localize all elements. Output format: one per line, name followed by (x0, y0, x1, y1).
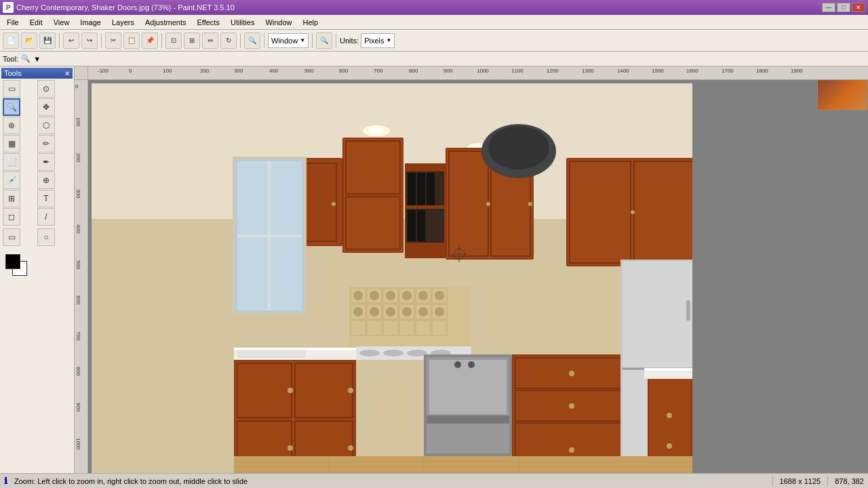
crop-button[interactable]: ⊡ (165, 33, 182, 49)
svg-point-70 (402, 291, 412, 300)
minimize-button[interactable]: — (822, 3, 835, 12)
rotate-button[interactable]: ↻ (220, 33, 237, 49)
new-button[interactable]: 📄 (3, 33, 19, 49)
paintbrush-tool[interactable]: ✏ (37, 135, 55, 152)
menu-item-edit[interactable]: Edit (24, 17, 48, 28)
menu-item-adjustments[interactable]: Adjustments (140, 17, 192, 28)
open-button[interactable]: 📂 (21, 33, 37, 49)
color-picker-tool[interactable]: 💉 (3, 171, 20, 189)
zoom-in-button[interactable]: 🔍 (244, 33, 260, 49)
canvas-scroll[interactable] (88, 80, 868, 473)
redo-button[interactable]: ↪ (81, 33, 98, 49)
zoom-tool[interactable]: 🔍 (3, 98, 20, 116)
gradient-tool[interactable]: ▦ (3, 135, 20, 152)
menu-item-image[interactable]: Image (75, 17, 106, 28)
copy-button[interactable]: 📋 (123, 33, 140, 49)
lasso-select-tool[interactable]: ⊙ (37, 80, 55, 98)
svg-point-73 (353, 307, 363, 317)
svg-point-32 (486, 202, 490, 206)
tool-label-bar: Tool: 🔍 ▼ (0, 52, 868, 66)
svg-point-107 (569, 447, 574, 453)
svg-rect-26 (408, 210, 416, 241)
svg-point-38 (631, 210, 635, 214)
status-bar: ℹ Zoom: Left click to zoom in, right cli… (0, 473, 868, 488)
window-controls[interactable]: — □ ✕ (822, 3, 865, 12)
svg-point-105 (569, 371, 574, 376)
recolor-tool[interactable]: ⊞ (3, 190, 20, 207)
move-tool[interactable]: ✥ (37, 98, 55, 116)
svg-point-69 (386, 291, 395, 300)
maximize-button[interactable]: □ (837, 3, 850, 12)
title-text: Cherry Contemporary, Shaker Doors.jpg (7… (16, 3, 235, 12)
svg-point-72 (435, 291, 444, 300)
menu-bar: FileEditViewImageLayersAdjustmentsEffect… (0, 15, 868, 30)
rounded-rect-tool[interactable]: ▭ (3, 228, 20, 246)
svg-rect-24 (417, 173, 425, 205)
svg-point-119 (667, 443, 672, 449)
pencil-tool[interactable]: ✒ (37, 153, 55, 171)
eraser-tool[interactable]: ⬜ (3, 153, 20, 171)
svg-point-106 (569, 403, 574, 409)
clone-tool[interactable]: ⊕ (37, 171, 55, 189)
toolbar-separator-2 (101, 33, 102, 48)
menu-item-effects[interactable]: Effects (192, 17, 225, 28)
tool-dropdown-arrow[interactable]: ▼ (33, 55, 41, 63)
save-button[interactable]: 💾 (39, 33, 56, 49)
svg-rect-120 (234, 456, 692, 473)
svg-point-67 (353, 291, 363, 300)
status-separator (772, 476, 773, 487)
svg-point-33 (528, 202, 532, 206)
svg-point-97 (288, 445, 293, 451)
undo-button[interactable]: ↩ (63, 33, 79, 49)
svg-point-96 (288, 388, 293, 393)
svg-point-98 (348, 388, 353, 393)
toolbox-header: Tools ✕ (1, 68, 73, 79)
svg-point-74 (370, 307, 379, 317)
canvas-image (92, 83, 692, 473)
zoom-icon[interactable]: 🔍 (316, 33, 332, 49)
menu-item-file[interactable]: File (1, 17, 24, 28)
menu-item-utilities[interactable]: Utilities (225, 17, 260, 28)
cut-button[interactable]: ✂ (105, 33, 121, 49)
ellipse-tool[interactable]: ○ (37, 228, 55, 246)
units-dropdown[interactable]: Pixels ▼ (361, 33, 395, 48)
foreground-color[interactable] (5, 254, 20, 269)
svg-rect-87 (427, 415, 509, 424)
toolbox: Tools ✕ ▭ ⊙ 🔍 ✥ ⊛ ⬡ ▦ ✏ ⬜ ✒ 💉 ⊕ ⊞ T (0, 66, 75, 473)
window-dropdown-arrow: ▼ (300, 37, 305, 43)
svg-point-118 (667, 413, 672, 418)
rectangle-select-tool[interactable]: ▭ (3, 80, 20, 98)
svg-point-68 (370, 291, 379, 300)
svg-rect-117 (644, 368, 692, 371)
menu-item-window[interactable]: Window (260, 17, 297, 28)
close-button[interactable]: ✕ (852, 3, 865, 12)
svg-rect-109 (623, 262, 692, 369)
svg-point-77 (418, 307, 428, 317)
svg-point-89 (468, 361, 475, 368)
svg-rect-17 (344, 139, 402, 251)
menu-item-help[interactable]: Help (298, 17, 324, 28)
magic-wand-tool[interactable]: ⊛ (3, 117, 20, 134)
toolbox-title: Tools (4, 69, 22, 77)
paint-bucket-tool[interactable]: ⬡ (37, 117, 55, 134)
svg-point-3 (370, 128, 383, 134)
toolbar-separator-1 (59, 33, 60, 48)
paste-button[interactable]: 📌 (142, 33, 158, 49)
text-tool[interactable]: T (37, 190, 55, 207)
svg-point-99 (348, 445, 353, 451)
toolbar-separator-7 (336, 33, 336, 48)
window-dropdown[interactable]: Window ▼ (268, 33, 309, 48)
menu-item-view[interactable]: View (48, 17, 75, 28)
toolbox-close[interactable]: ✕ (64, 70, 70, 77)
shapes-tool[interactable]: ◻ (3, 208, 20, 226)
flip-button[interactable]: ⇔ (202, 33, 218, 49)
tool-label: Tool: (3, 55, 18, 63)
svg-point-128 (488, 126, 549, 169)
resize-button[interactable]: ⊞ (184, 33, 200, 49)
line-tool[interactable]: / (37, 208, 55, 226)
status-separator2 (827, 476, 828, 487)
menu-item-layers[interactable]: Layers (106, 17, 140, 28)
units-group: Units: Pixels ▼ (340, 33, 395, 48)
ruler-corner (75, 66, 88, 80)
canvas-area[interactable]: -100 0 100 200 300 400 500 600 700 800 9… (75, 66, 868, 473)
